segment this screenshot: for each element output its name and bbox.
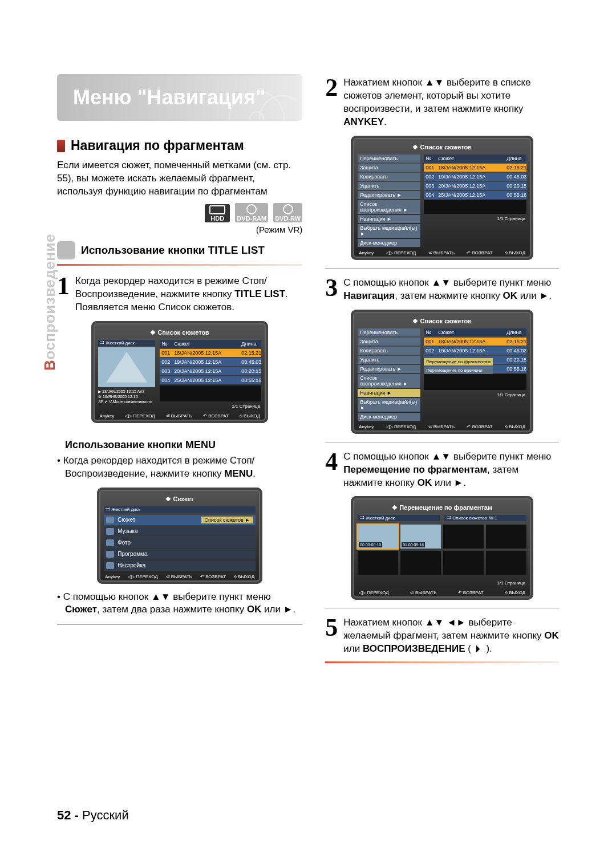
context-menu: Переименовать Защита Копировать Удалить … bbox=[358, 328, 420, 422]
step-1: 1 Когда рекордер находится в режиме Стоп… bbox=[57, 275, 302, 314]
badge-dvdrw: DVD-RW bbox=[273, 203, 302, 222]
context-item[interactable]: Список воспроизведения ► bbox=[358, 374, 420, 388]
osd-title: ❖ Список сюжетов bbox=[358, 141, 526, 155]
table-row[interactable]: 00219/JAN/2005 12:15A00:45:03 bbox=[424, 347, 526, 355]
osd-footer: Anykey◁▷ ПЕРЕХОД⏎ ВЫБРАТЬ↶ ВОЗВРАТ⎋ ВЫХО… bbox=[104, 572, 256, 579]
context-item[interactable]: Защита bbox=[358, 164, 420, 172]
page-language: Русский bbox=[79, 808, 129, 822]
osd-title: ❖ Сюжет bbox=[104, 493, 256, 506]
osd-title: ❖ Список сюжетов bbox=[98, 327, 261, 340]
context-item[interactable]: Навигация ► bbox=[358, 215, 420, 223]
scene-cell[interactable] bbox=[443, 551, 484, 575]
screenshot-anykey-menu: ❖ Список сюжетов Переименовать Защита Ко… bbox=[351, 136, 533, 260]
scene-cell[interactable]: 00 00:00:10 bbox=[358, 525, 398, 549]
subsection-menu: Использование кнопки MENU bbox=[65, 439, 302, 451]
osd-footer: Anykey◁▷ ПЕРЕХОД⏎ ВЫБРАТЬ↶ ВОЗВРАТ⎋ ВЫХО… bbox=[358, 248, 526, 255]
scene-grid: 00 00:00:10 01 00:05:16 bbox=[358, 525, 526, 575]
page-footer: 52 - Русский bbox=[57, 808, 129, 823]
disc-art-icon bbox=[228, 90, 297, 124]
context-item[interactable]: Защита bbox=[358, 338, 420, 346]
context-item[interactable]: Удалить bbox=[358, 182, 420, 190]
submenu-scene-nav[interactable]: Перемещение по фрагментам bbox=[424, 358, 493, 365]
osd-source: ⮆ Жесткий диск bbox=[98, 340, 155, 346]
context-item[interactable]: Список воспроизведения ► bbox=[358, 200, 420, 214]
divider bbox=[57, 624, 302, 625]
svg-point-2 bbox=[260, 96, 297, 124]
context-item[interactable]: Редактировать ► bbox=[358, 191, 420, 199]
table-row[interactable]: 00118/JAN/2005 12:15A02:15:21 bbox=[424, 164, 526, 172]
section-heading-text: Навигация по фрагментам bbox=[71, 138, 244, 153]
osd-footer: ◁▷ ПЕРЕХОД⏎ ВЫБРАТЬ↶ ВОЗВРАТ⎋ ВЫХОД bbox=[358, 588, 526, 595]
table-row[interactable]: 00219/JAN/2005 12:15A00:45:03 bbox=[424, 173, 526, 181]
divider bbox=[325, 608, 559, 608]
menu-item-photo[interactable]: Фото bbox=[104, 538, 256, 548]
screenshot-title-list: ❖ Список сюжетов ⮆ Жесткий диск ▶ 18/JAN… bbox=[91, 321, 268, 423]
scene-cell[interactable] bbox=[486, 525, 526, 549]
context-item[interactable]: Переименовать bbox=[358, 328, 420, 336]
page-number: 52 - bbox=[57, 808, 79, 822]
context-item[interactable]: Переименовать bbox=[358, 155, 420, 163]
subsection-title-list-text: Использование кнопки TITLE LIST bbox=[81, 244, 265, 257]
scene-cell[interactable] bbox=[400, 551, 441, 575]
side-tab-label: Воспроизведение bbox=[41, 234, 59, 371]
screenshot-scene-navigation: ❖ Перемещение по фрагментам ⮆ Жесткий ди… bbox=[351, 496, 533, 600]
scene-cell[interactable] bbox=[443, 525, 484, 549]
scene-cell[interactable] bbox=[486, 551, 526, 575]
context-item[interactable]: Удалить bbox=[358, 356, 420, 364]
table-header: №СюжетДлина bbox=[160, 340, 261, 348]
osd-list-header: ⮆ Список сюжетов № 1 bbox=[444, 515, 526, 521]
step-3: 3 С помощью кнопок ▲▼ выберите пункт мен… bbox=[325, 277, 559, 303]
music-icon bbox=[106, 528, 114, 535]
context-item[interactable]: Редактировать ► bbox=[358, 365, 420, 373]
divider bbox=[325, 442, 559, 442]
submenu-time-nav[interactable]: Перемещение по времени bbox=[424, 367, 493, 374]
title-info: ▶ 18/JAN/2005 12:15 AV2 ⊘ 18/ЯНВ/2005 12… bbox=[98, 389, 155, 404]
step-3-text: С помощью кнопок ▲▼ выберите пункт меню … bbox=[343, 277, 559, 303]
context-item[interactable]: Выбрать медиафайл(ы) ► bbox=[358, 398, 420, 412]
menu-item-setup[interactable]: Настройка bbox=[104, 560, 256, 571]
subsection-title-list: Использование кнопки TITLE LIST bbox=[57, 241, 302, 259]
context-item[interactable]: Выбрать медиафайл(ы) ► bbox=[358, 224, 420, 238]
section-heading: Навигация по фрагментам bbox=[57, 138, 302, 153]
scene-cell[interactable] bbox=[358, 551, 398, 575]
table-row[interactable]: 00320/JAN/2005 12:15A00:20:15 bbox=[424, 182, 526, 190]
context-item[interactable]: Копировать bbox=[358, 347, 420, 355]
title-list-table: №СюжетДлина 00118/JAN/2005 12:15A02:15:2… bbox=[424, 328, 526, 422]
context-item[interactable]: Диск-менеджер bbox=[358, 239, 420, 247]
step-5-text: Нажатием кнопок ▲▼ ◄► выберите желаемый … bbox=[343, 616, 559, 656]
page-indicator: 1/1 Страница bbox=[358, 578, 526, 588]
mode-note: (Режим VR) bbox=[57, 225, 302, 234]
table-row[interactable]: 00425/JAN/2005 12:15A00:55:16 bbox=[424, 191, 526, 199]
menu-item-music[interactable]: Музыка bbox=[104, 526, 256, 537]
context-item[interactable]: Диск-менеджер bbox=[358, 413, 420, 421]
table-row[interactable]: 00219/JAN/2005 12:15A00:45:03 bbox=[160, 358, 261, 366]
divider bbox=[325, 661, 559, 663]
osd-footer: Anykey◁▷ ПЕРЕХОД⏎ ВЫБРАТЬ↶ ВОЗВРАТ⎋ ВЫХО… bbox=[98, 411, 261, 419]
intro-paragraph: Если имеется сюжет, помеченный метками (… bbox=[57, 159, 302, 198]
step-1-text: Когда рекордер находится в режиме Стоп/В… bbox=[75, 275, 302, 314]
side-tab-accent: В bbox=[41, 360, 58, 371]
osd-source: ⮆ Жесткий диск bbox=[358, 515, 440, 521]
menu-item-title[interactable]: Сюжет Список сюжетов ► bbox=[104, 515, 256, 525]
table-row[interactable]: 00320/JAN/2005 12:15A00:20:15 bbox=[160, 367, 261, 375]
table-row[interactable]: 00118/JAN/2005 12:15A02:15:21 bbox=[424, 338, 526, 346]
step-4-text: С помощью кнопок ▲▼ выберите пункт меню … bbox=[343, 450, 559, 490]
title-list-table: №СюжетДлина 00118/JAN/2005 12:15A02:15:2… bbox=[424, 155, 526, 248]
step-2-text: Нажатием кнопок ▲▼ выберите в списке сюж… bbox=[343, 76, 559, 129]
step-number: 5 bbox=[325, 616, 338, 656]
context-item-navigation[interactable]: Навигация ► bbox=[358, 389, 420, 397]
bullet-menu-2: С помощью кнопок ▲▼ выберите пункт меню … bbox=[65, 591, 302, 617]
step-4: 4 С помощью кнопок ▲▼ выберите пункт мен… bbox=[325, 450, 559, 490]
table-row[interactable]: 00118/JAN/2005 12:15A02:15:21 bbox=[160, 349, 261, 357]
badge-dvdram: DVD-RAM bbox=[235, 203, 268, 222]
menu-item-program[interactable]: Программа bbox=[104, 549, 256, 559]
title-list-table: №СюжетДлина 00118/JAN/2005 12:15A02:15:2… bbox=[160, 340, 261, 411]
step-number: 1 bbox=[57, 275, 70, 314]
scene-cell[interactable]: 01 00:05:16 bbox=[400, 525, 441, 549]
osd-footer: Anykey◁▷ ПЕРЕХОД⏎ ВЫБРАТЬ↶ ВОЗВРАТ⎋ ВЫХО… bbox=[358, 422, 526, 429]
program-icon bbox=[106, 551, 114, 558]
table-row[interactable]: 00425/JAN/2005 12:15A00:55:16 bbox=[160, 376, 261, 384]
step-number: 3 bbox=[325, 277, 338, 303]
context-item[interactable]: Копировать bbox=[358, 173, 420, 181]
page-indicator: 1/1 Страница bbox=[160, 401, 261, 411]
